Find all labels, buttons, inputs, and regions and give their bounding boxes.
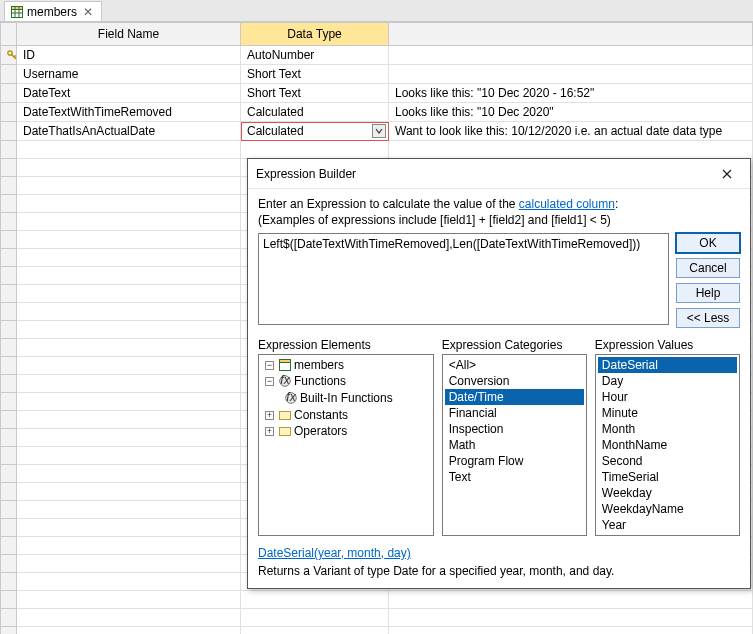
description-cell[interactable]: Looks like this: "10 Dec 2020 - 16:52" <box>389 84 753 103</box>
row-selector[interactable] <box>1 249 17 267</box>
data-type-cell[interactable]: Calculated <box>241 122 389 141</box>
value-item[interactable]: TimeSerial <box>598 469 737 485</box>
tree-node-functions[interactable]: − fx Functions <box>261 373 431 389</box>
row-selector[interactable] <box>1 159 17 177</box>
field-name-cell[interactable]: ID <box>17 46 241 65</box>
row-selector[interactable] <box>1 555 17 573</box>
row-selector[interactable] <box>1 46 17 65</box>
data-type-cell[interactable]: Short Text <box>241 84 389 103</box>
field-name-cell[interactable] <box>17 411 241 429</box>
row-selector[interactable] <box>1 84 17 103</box>
elements-pane[interactable]: − members − fx Functions fx Bu <box>258 354 434 536</box>
field-name-cell[interactable] <box>17 249 241 267</box>
field-name-cell[interactable] <box>17 231 241 249</box>
dialog-close-button[interactable] <box>712 160 742 188</box>
row-selector[interactable] <box>1 483 17 501</box>
value-item[interactable]: Hour <box>598 389 737 405</box>
tree-node-operators[interactable]: + Operators <box>261 423 431 439</box>
field-name-cell[interactable] <box>17 339 241 357</box>
field-name-cell[interactable] <box>17 591 241 609</box>
row-selector[interactable] <box>1 537 17 555</box>
value-item[interactable]: Second <box>598 453 737 469</box>
row-selector[interactable] <box>1 609 17 627</box>
close-icon[interactable]: ✕ <box>81 5 95 19</box>
value-item[interactable]: Day <box>598 373 737 389</box>
value-item[interactable]: DateSerial <box>598 357 737 373</box>
description-cell[interactable]: Looks like this: "10 Dec 2020" <box>389 103 753 122</box>
signature-link[interactable]: DateSerial(year, month, day) <box>258 546 411 560</box>
field-name-cell[interactable] <box>17 177 241 195</box>
value-item[interactable]: Year <box>598 517 737 533</box>
row-selector[interactable] <box>1 321 17 339</box>
field-name-cell[interactable] <box>17 537 241 555</box>
description-cell[interactable] <box>389 46 753 65</box>
row-selector[interactable] <box>1 213 17 231</box>
row-selector[interactable] <box>1 411 17 429</box>
field-name-cell[interactable] <box>17 501 241 519</box>
field-name-cell[interactable] <box>17 555 241 573</box>
row-selector[interactable] <box>1 627 17 635</box>
row-selector[interactable] <box>1 231 17 249</box>
col-header-description[interactable] <box>389 23 753 46</box>
field-name-cell[interactable]: DateTextWithTimeRemoved <box>17 103 241 122</box>
row-selector[interactable] <box>1 339 17 357</box>
category-item[interactable]: Math <box>445 437 584 453</box>
row-selector[interactable] <box>1 429 17 447</box>
row-selector[interactable] <box>1 447 17 465</box>
data-type-cell[interactable] <box>241 591 389 609</box>
field-name-cell[interactable]: DateThatIsAnActualDate <box>17 122 241 141</box>
value-item[interactable]: Month <box>598 421 737 437</box>
description-cell[interactable] <box>389 591 753 609</box>
field-name-cell[interactable] <box>17 141 241 159</box>
field-name-cell[interactable] <box>17 393 241 411</box>
field-name-cell[interactable] <box>17 303 241 321</box>
category-item[interactable]: Program Flow <box>445 453 584 469</box>
field-name-cell[interactable] <box>17 159 241 177</box>
category-item[interactable]: Financial <box>445 405 584 421</box>
tree-node-builtin[interactable]: fx Built-In Functions <box>281 390 397 406</box>
calculated-column-link[interactable]: calculated column <box>519 197 615 211</box>
category-item[interactable]: Inspection <box>445 421 584 437</box>
description-cell[interactable] <box>389 65 753 84</box>
row-selector[interactable] <box>1 303 17 321</box>
category-item[interactable]: Date/Time <box>445 389 584 405</box>
col-header-datatype[interactable]: Data Type <box>241 23 389 46</box>
field-name-cell[interactable] <box>17 267 241 285</box>
datatype-dropdown-button[interactable] <box>372 124 386 138</box>
value-item[interactable]: WeekdayName <box>598 501 737 517</box>
field-name-cell[interactable] <box>17 429 241 447</box>
description-cell[interactable] <box>389 627 753 635</box>
field-name-cell[interactable]: DateText <box>17 84 241 103</box>
expand-icon[interactable]: + <box>265 411 274 420</box>
row-selector[interactable] <box>1 267 17 285</box>
row-selector[interactable] <box>1 103 17 122</box>
data-type-cell[interactable]: AutoNumber <box>241 46 389 65</box>
row-selector[interactable] <box>1 122 17 141</box>
data-type-cell[interactable] <box>241 627 389 635</box>
row-selector[interactable] <box>1 573 17 591</box>
field-name-cell[interactable] <box>17 357 241 375</box>
expand-icon[interactable]: + <box>265 427 274 436</box>
description-cell[interactable] <box>389 609 753 627</box>
row-selector[interactable] <box>1 357 17 375</box>
categories-pane[interactable]: <All>ConversionDate/TimeFinancialInspect… <box>442 354 587 536</box>
row-selector[interactable] <box>1 195 17 213</box>
row-selector[interactable] <box>1 591 17 609</box>
dialog-titlebar[interactable]: Expression Builder <box>248 159 750 189</box>
row-selector[interactable] <box>1 501 17 519</box>
col-header-fieldname[interactable]: Field Name <box>17 23 241 46</box>
description-cell[interactable] <box>389 141 753 159</box>
field-name-cell[interactable] <box>17 519 241 537</box>
tree-node-constants[interactable]: + Constants <box>261 407 431 423</box>
value-item[interactable]: MonthName <box>598 437 737 453</box>
expression-input[interactable] <box>258 233 669 325</box>
row-selector[interactable] <box>1 519 17 537</box>
row-selector[interactable] <box>1 465 17 483</box>
cancel-button[interactable]: Cancel <box>676 258 740 278</box>
field-name-cell[interactable] <box>17 321 241 339</box>
description-cell[interactable]: Want to look like this: 10/12/2020 i.e. … <box>389 122 753 141</box>
row-selector[interactable] <box>1 375 17 393</box>
field-name-cell[interactable] <box>17 465 241 483</box>
value-item[interactable]: Minute <box>598 405 737 421</box>
field-name-cell[interactable] <box>17 195 241 213</box>
